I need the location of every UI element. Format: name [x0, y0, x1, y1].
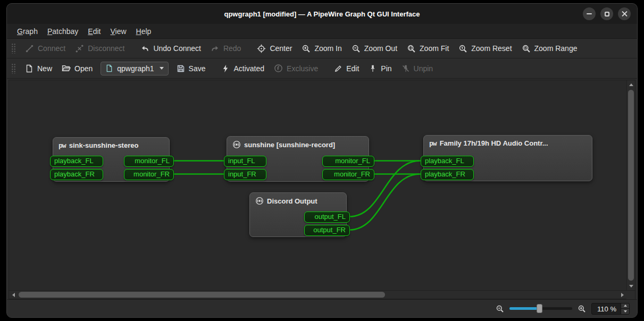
arrow-up-icon: [629, 83, 633, 86]
patchbay-file-combobox[interactable]: qpwgraph1: [101, 62, 168, 75]
pencil-icon: [334, 64, 342, 73]
center-label: Center: [270, 44, 292, 53]
zoom-out-label: Zoom Out: [364, 44, 397, 53]
undo-connect-button[interactable]: Undo Connect: [136, 41, 206, 56]
connect-label: Connect: [38, 44, 65, 53]
scroll-left-button[interactable]: [9, 291, 18, 299]
new-button[interactable]: New: [20, 61, 57, 76]
toolbar-drag-handle[interactable]: [11, 43, 16, 54]
open-folder-icon: [62, 64, 71, 73]
zoom-out-button[interactable]: Zoom Out: [347, 41, 402, 56]
node-discord-output[interactable]: Discord Output output_FL output_FR: [249, 192, 347, 237]
zoom-step-down-button[interactable]: [621, 308, 629, 314]
minimize-button[interactable]: [583, 7, 596, 20]
new-label: New: [37, 64, 52, 73]
horizontal-scroll-thumb[interactable]: [19, 292, 385, 298]
node-header: pw sink-sunshine-stereo: [53, 138, 169, 151]
port-monitor_FR[interactable]: monitor_FR: [322, 169, 374, 180]
node-title: Family 17h/19h HD Audio Contr...: [440, 139, 548, 147]
zoom-reset-icon: [458, 44, 467, 53]
node-header: sunshine [sunshine-record]: [227, 137, 369, 151]
zoom-slider-handle[interactable]: [537, 304, 542, 313]
disconnect-button[interactable]: Disconnect: [70, 41, 129, 56]
scroll-right-button[interactable]: [618, 291, 626, 299]
patchbay-file-icon: [105, 64, 113, 72]
port-input_FR[interactable]: input_FR: [224, 169, 266, 180]
zoom-reset-button[interactable]: Zoom Reset: [454, 41, 516, 56]
activated-toggle[interactable]: Activated: [216, 61, 269, 76]
menu-patchbay[interactable]: Patchbay: [43, 25, 83, 38]
redo-icon: [211, 44, 220, 53]
menu-graph[interactable]: Graph: [12, 25, 43, 38]
maximize-icon: [605, 12, 609, 16]
port-playback_FL[interactable]: playback_FL: [50, 156, 103, 167]
menu-view[interactable]: View: [105, 25, 131, 38]
zoom-step-up-button[interactable]: [621, 303, 629, 309]
toolbar-drag-handle[interactable]: [11, 63, 16, 74]
vertical-scroll-track[interactable]: [627, 89, 635, 282]
port-input_FL[interactable]: input_FL: [224, 156, 266, 167]
node-title: sink-sunshine-stereo: [69, 141, 139, 149]
connection-wire[interactable]: [349, 174, 420, 230]
zoom-percent-spinbox[interactable]: 110 %: [591, 303, 630, 315]
port-output_FL[interactable]: output_FL: [304, 212, 350, 223]
node-family-hd-audio[interactable]: pw Family 17h/19h HD Audio Contr... play…: [423, 135, 592, 181]
titlebar[interactable]: qpwgraph1 [modified] — A PipeWire Graph …: [7, 4, 637, 24]
redo-button[interactable]: Redo: [206, 41, 246, 56]
node-header: pw Family 17h/19h HD Audio Contr...: [424, 136, 592, 149]
port-output_FR[interactable]: output_FR: [304, 225, 350, 236]
menu-edit[interactable]: Edit: [83, 25, 105, 38]
arrow-down-icon: [629, 285, 633, 288]
horizontal-scrollbar[interactable]: [9, 290, 635, 299]
scroll-down-button[interactable]: [627, 282, 635, 290]
port-monitor_FL[interactable]: monitor_FL: [322, 156, 374, 167]
new-file-icon: [25, 64, 34, 73]
zoom-fit-icon: [407, 44, 416, 53]
menu-help[interactable]: Help: [131, 25, 156, 38]
open-button[interactable]: Open: [57, 61, 97, 76]
redo-label: Redo: [223, 44, 241, 53]
zoom-fit-button[interactable]: Zoom Fit: [402, 41, 454, 56]
open-label: Open: [74, 64, 93, 73]
activated-label: Activated: [233, 64, 264, 73]
port-playback_FR[interactable]: playback_FR: [421, 169, 474, 180]
port-playback_FL[interactable]: playback_FL: [421, 156, 474, 167]
undo-icon: [140, 44, 149, 53]
exclusive-toggle[interactable]: Exclusive: [269, 61, 323, 76]
zoom-out-icon: [352, 44, 361, 53]
center-button[interactable]: Center: [252, 41, 297, 56]
graph-viewport: pw sink-sunshine-stereo playback_FL play…: [9, 80, 635, 299]
close-button[interactable]: [618, 7, 631, 20]
vertical-scrollbar[interactable]: [626, 80, 635, 290]
node-header: Discord Output: [250, 193, 346, 207]
pin-icon: [369, 64, 377, 73]
maximize-button[interactable]: [600, 7, 613, 20]
zoom-slider-fill: [509, 307, 538, 310]
node-title: sunshine [sunshine-record]: [244, 141, 335, 149]
vertical-scroll-thumb[interactable]: [628, 90, 634, 281]
save-button[interactable]: Save: [172, 61, 211, 76]
unpin-button[interactable]: Unpin: [397, 61, 438, 76]
zoom-in-button[interactable]: Zoom In: [297, 41, 346, 56]
port-playback_FR[interactable]: playback_FR: [50, 169, 103, 180]
undo-connect-label: Undo Connect: [153, 44, 201, 53]
node-sunshine[interactable]: sunshine [sunshine-record] input_FL inpu…: [227, 136, 369, 182]
node-sink-sunshine-stereo[interactable]: pw sink-sunshine-stereo playback_FL play…: [53, 137, 170, 182]
graph-canvas[interactable]: pw sink-sunshine-stereo playback_FL play…: [9, 80, 626, 290]
arrow-right-icon: [621, 293, 624, 297]
spin-up-icon: [624, 305, 627, 307]
zoom-range-button[interactable]: Zoom Range: [517, 41, 582, 56]
zoom-reset-label: Zoom Reset: [471, 44, 512, 53]
port-monitor_FL[interactable]: monitor_FL: [124, 156, 174, 167]
patchbay-file-name: qpwgraph1: [117, 64, 154, 73]
port-monitor_FR[interactable]: monitor_FR: [124, 169, 174, 180]
zoom-slider[interactable]: [509, 304, 572, 313]
horizontal-scroll-track[interactable]: [18, 291, 618, 299]
save-icon: [177, 64, 185, 73]
zoom-percent-value[interactable]: 110 %: [592, 303, 621, 314]
menubar: Graph Patchbay Edit View Help: [7, 24, 637, 39]
pin-button[interactable]: Pin: [364, 61, 396, 76]
scroll-up-button[interactable]: [627, 80, 635, 89]
edit-toggle[interactable]: Edit: [329, 61, 364, 76]
connect-button[interactable]: Connect: [20, 41, 70, 56]
